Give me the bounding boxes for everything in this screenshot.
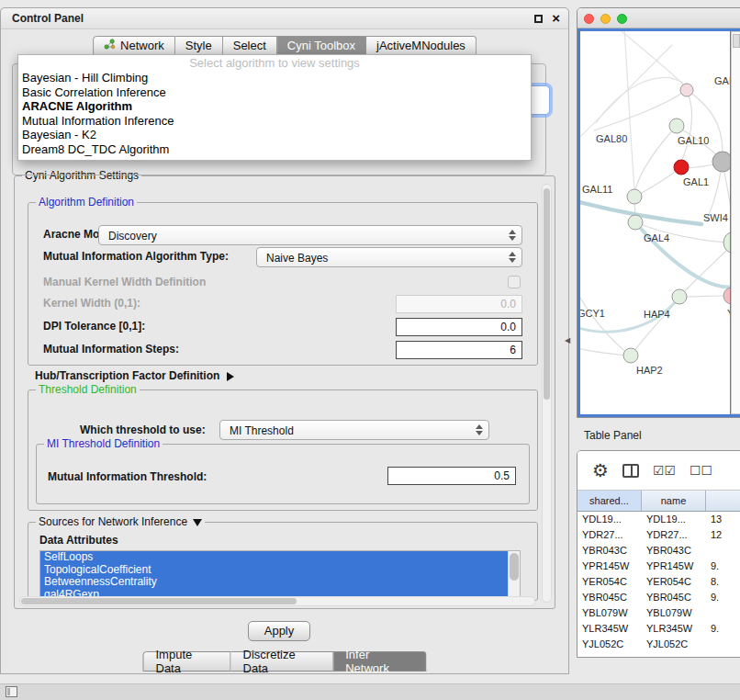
tab-discretize-data[interactable]: Discretize Data (231, 651, 334, 672)
attribute-item[interactable]: BetweennessCentrality (40, 576, 508, 589)
network-node[interactable] (723, 231, 730, 254)
table-cell: YBL079W (642, 605, 706, 621)
table-cell: YJL052C (642, 637, 706, 652)
dropdown-placeholder: Select algorithm to view settings (18, 55, 531, 71)
table-row[interactable]: YDL19...YDL19...13 (577, 512, 740, 527)
table-header-row: shared...name (577, 491, 740, 512)
table-row[interactable]: YJL052CYJL052C (577, 637, 740, 652)
table-row[interactable]: YDR27...YDR27...12 (577, 527, 740, 543)
chevron-right-icon (227, 372, 234, 381)
algorithm-option-bayesian-k2[interactable]: Bayesian - K2 (18, 128, 531, 142)
column-header[interactable]: shared... (577, 491, 642, 512)
table-cell: YDL19... (642, 512, 706, 527)
settings-gear-icon[interactable]: ⚙ (592, 461, 609, 480)
network-node[interactable] (623, 348, 638, 363)
tab-select[interactable]: Select (223, 36, 277, 55)
tab-impute-data[interactable]: Impute Data (143, 651, 231, 672)
column-layout-icon[interactable] (622, 464, 639, 478)
algorithm-option-mutual-information-inference[interactable]: Mutual Information Inference (18, 114, 531, 129)
network-node[interactable] (712, 152, 730, 172)
table-row[interactable]: YLR345WYLR345W9. (577, 621, 740, 637)
tab-jactivemnodules[interactable]: jActiveMNodules (366, 36, 477, 55)
sources-toggle[interactable]: Sources for Network Inference (36, 515, 205, 528)
column-header[interactable] (706, 491, 740, 512)
network-node[interactable] (669, 119, 684, 133)
sources-group: Sources for Network Inference Data Attri… (28, 522, 538, 601)
network-canvas[interactable]: GALGAL80GAL10GAL11GAL1SWI4GAL4GCY1HAP4YH… (580, 31, 730, 414)
network-node[interactable] (628, 215, 643, 230)
table-panel-window: ⚙ ☑☑ ☐☐ shared...name YDL19...YDL19...13… (577, 450, 740, 658)
network-node-label: GCY1 (580, 308, 605, 319)
close-button[interactable] (584, 14, 594, 24)
which-threshold-combobox[interactable]: MI Threshold (219, 420, 489, 440)
algorithm-option-bayesian-hill-climbing[interactable]: Bayesian - Hill Climbing (18, 71, 531, 85)
attribute-item[interactable]: TopologicalCoefficient (40, 564, 508, 577)
table-cell: YBR043C (577, 543, 642, 559)
mi-threshold-field[interactable]: 0.5 (387, 467, 516, 485)
attribute-list[interactable]: SelfLoopsTopologicalCoefficientBetweenne… (39, 550, 521, 598)
attribute-item[interactable]: SelfLoops (40, 551, 508, 564)
network-node[interactable] (723, 288, 730, 304)
table-row[interactable]: YBL079WYBL079W (577, 605, 740, 621)
network-node[interactable] (680, 84, 693, 96)
mi-algorithm-type-combobox[interactable]: Naive Bayes (256, 247, 522, 267)
table-cell: YLR345W (577, 621, 642, 637)
hub-definition-toggle[interactable]: Hub/Transcription Factor Definition (35, 369, 234, 382)
table-cell: YPR145W (642, 559, 706, 574)
dpi-tolerance-field[interactable]: 0.0 (396, 318, 522, 336)
mi-steps-field[interactable]: 6 (396, 341, 522, 359)
tab-infer-network[interactable]: Infer Network (333, 651, 426, 672)
algorithm-option-basic-correlation-inference[interactable]: Basic Correlation Inference (18, 85, 531, 100)
tab-network[interactable]: Network (93, 36, 175, 55)
table-cell: YBR045C (642, 590, 706, 605)
scrollbar-thumb[interactable] (510, 553, 519, 581)
attribute-list-scrollbar[interactable] (508, 551, 520, 597)
scrollbar-thumb[interactable] (21, 598, 297, 604)
sources-title: Sources for Network Inference (39, 515, 187, 528)
settings-vertical-scrollbar[interactable] (542, 184, 552, 603)
column-header[interactable]: name (642, 491, 706, 512)
table-row[interactable]: YBR045CYBR045C9. (577, 590, 740, 605)
table-cell: YDR27... (577, 527, 642, 543)
algorithm-option-aracne-algorithm[interactable]: ARACNE Algorithm (18, 99, 531, 114)
algorithm-dropdown: Select algorithm to view settings Bayesi… (17, 54, 532, 161)
table-cell: YPR145W (577, 559, 642, 574)
data-attributes-label: Data Attributes (39, 534, 118, 547)
zoom-button[interactable] (617, 14, 627, 24)
table-cell: YBL079W (577, 605, 642, 621)
float-window-icon[interactable] (534, 15, 543, 23)
tab-cyni-toolbox[interactable]: Cyni Toolbox (277, 36, 366, 55)
table-cell: 13 (706, 512, 740, 527)
network-node[interactable] (627, 189, 642, 204)
minimized-panel-icon[interactable] (6, 686, 17, 697)
close-icon[interactable]: × (552, 10, 560, 27)
unchecked-columns-icon[interactable]: ☐☐ (690, 463, 712, 478)
algorithm-definition-group: Algorithm Definition Aracne Mode: Discov… (28, 202, 538, 366)
panel-splitter-handle[interactable]: ◀ (565, 336, 570, 344)
table-row[interactable]: YER054CYER054C8. (577, 574, 740, 590)
aracne-mode-combobox[interactable]: Discovery (98, 225, 522, 245)
minimize-button[interactable] (600, 14, 611, 24)
network-vertical-scrollbar[interactable] (731, 31, 740, 414)
algorithm-option-dream8-dc-tdc-algorithm[interactable]: Dream8 DC_TDC Algorithm (18, 142, 531, 157)
network-node[interactable] (672, 289, 687, 304)
table-row[interactable]: YBR043CYBR043C (577, 543, 740, 559)
table-panel-title: Table Panel (584, 429, 642, 442)
network-node[interactable] (674, 160, 689, 175)
checked-columns-icon[interactable]: ☑☑ (653, 463, 676, 478)
apply-button[interactable]: Apply (248, 621, 310, 641)
table-cell: 9. (706, 559, 740, 574)
table-cell: YLR345W (642, 621, 706, 637)
tab-label: Discretize Data (243, 648, 321, 675)
settings-horizontal-scrollbar[interactable] (19, 596, 535, 606)
scrollbar-thumb[interactable] (544, 188, 550, 400)
network-node-label: SWI4 (703, 212, 728, 223)
network-edge (622, 31, 683, 85)
tab-style[interactable]: Style (175, 36, 223, 55)
group-title: MI Threshold Definition (44, 437, 163, 450)
table-cell: 8. (706, 574, 740, 590)
network-node-label: GAL80 (596, 133, 627, 144)
scrollbar-thumb[interactable] (733, 34, 740, 48)
table-row[interactable]: YPR145WYPR145W9. (577, 559, 740, 574)
tab-label: Style (185, 39, 212, 52)
